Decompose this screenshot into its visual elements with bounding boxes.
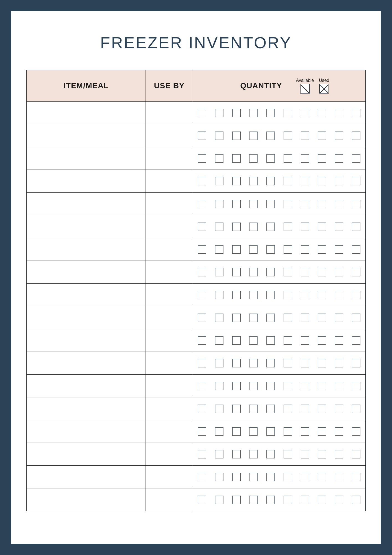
- quantity-checkbox[interactable]: [249, 473, 258, 481]
- quantity-checkbox[interactable]: [335, 223, 343, 231]
- quantity-checkbox[interactable]: [249, 405, 258, 413]
- quantity-checkbox[interactable]: [301, 268, 309, 276]
- quantity-checkbox[interactable]: [198, 132, 206, 140]
- quantity-checkbox[interactable]: [198, 359, 206, 367]
- cell-useby[interactable]: [146, 170, 193, 193]
- cell-useby[interactable]: [146, 238, 193, 261]
- quantity-checkbox[interactable]: [249, 427, 258, 436]
- cell-useby[interactable]: [146, 466, 193, 488]
- quantity-checkbox[interactable]: [266, 109, 275, 117]
- quantity-checkbox[interactable]: [284, 291, 292, 299]
- quantity-checkbox[interactable]: [318, 268, 326, 276]
- quantity-checkbox[interactable]: [215, 268, 223, 276]
- cell-useby[interactable]: [146, 352, 193, 375]
- cell-item[interactable]: [27, 443, 146, 466]
- quantity-checkbox[interactable]: [301, 405, 309, 413]
- quantity-checkbox[interactable]: [266, 336, 275, 345]
- quantity-checkbox[interactable]: [249, 291, 258, 299]
- quantity-checkbox[interactable]: [249, 359, 258, 367]
- quantity-checkbox[interactable]: [249, 177, 258, 185]
- quantity-checkbox[interactable]: [335, 154, 343, 163]
- quantity-checkbox[interactable]: [266, 132, 275, 140]
- cell-useby[interactable]: [146, 397, 193, 420]
- quantity-checkbox[interactable]: [301, 200, 309, 208]
- quantity-checkbox[interactable]: [232, 314, 241, 322]
- quantity-checkbox[interactable]: [335, 268, 343, 276]
- quantity-checkbox[interactable]: [284, 200, 292, 208]
- quantity-checkbox[interactable]: [352, 473, 360, 481]
- cell-item[interactable]: [27, 488, 146, 511]
- quantity-checkbox[interactable]: [301, 314, 309, 322]
- quantity-checkbox[interactable]: [284, 359, 292, 367]
- quantity-checkbox[interactable]: [232, 200, 241, 208]
- quantity-checkbox[interactable]: [215, 245, 223, 254]
- quantity-checkbox[interactable]: [215, 450, 223, 458]
- quantity-checkbox[interactable]: [318, 109, 326, 117]
- quantity-checkbox[interactable]: [215, 359, 223, 367]
- quantity-checkbox[interactable]: [318, 427, 326, 436]
- quantity-checkbox[interactable]: [352, 405, 360, 413]
- quantity-checkbox[interactable]: [318, 291, 326, 299]
- quantity-checkbox[interactable]: [284, 177, 292, 185]
- quantity-checkbox[interactable]: [335, 245, 343, 254]
- cell-useby[interactable]: [146, 102, 193, 124]
- quantity-checkbox[interactable]: [318, 336, 326, 345]
- quantity-checkbox[interactable]: [318, 245, 326, 254]
- quantity-checkbox[interactable]: [232, 473, 241, 481]
- cell-useby[interactable]: [146, 261, 193, 284]
- quantity-checkbox[interactable]: [301, 427, 309, 436]
- quantity-checkbox[interactable]: [198, 223, 206, 231]
- quantity-checkbox[interactable]: [266, 177, 275, 185]
- cell-item[interactable]: [27, 375, 146, 397]
- quantity-checkbox[interactable]: [249, 154, 258, 163]
- quantity-checkbox[interactable]: [284, 336, 292, 345]
- quantity-checkbox[interactable]: [318, 132, 326, 140]
- cell-item[interactable]: [27, 306, 146, 329]
- quantity-checkbox[interactable]: [198, 382, 206, 390]
- quantity-checkbox[interactable]: [335, 473, 343, 481]
- quantity-checkbox[interactable]: [318, 359, 326, 367]
- quantity-checkbox[interactable]: [335, 177, 343, 185]
- quantity-checkbox[interactable]: [215, 314, 223, 322]
- quantity-checkbox[interactable]: [335, 450, 343, 458]
- quantity-checkbox[interactable]: [198, 109, 206, 117]
- quantity-checkbox[interactable]: [284, 245, 292, 254]
- quantity-checkbox[interactable]: [301, 496, 309, 504]
- quantity-checkbox[interactable]: [284, 154, 292, 163]
- quantity-checkbox[interactable]: [249, 200, 258, 208]
- quantity-checkbox[interactable]: [266, 359, 275, 367]
- quantity-checkbox[interactable]: [352, 359, 360, 367]
- quantity-checkbox[interactable]: [198, 291, 206, 299]
- quantity-checkbox[interactable]: [284, 382, 292, 390]
- quantity-checkbox[interactable]: [266, 405, 275, 413]
- quantity-checkbox[interactable]: [352, 200, 360, 208]
- quantity-checkbox[interactable]: [301, 223, 309, 231]
- quantity-checkbox[interactable]: [352, 314, 360, 322]
- quantity-checkbox[interactable]: [232, 450, 241, 458]
- quantity-checkbox[interactable]: [232, 245, 241, 254]
- quantity-checkbox[interactable]: [266, 268, 275, 276]
- quantity-checkbox[interactable]: [301, 245, 309, 254]
- quantity-checkbox[interactable]: [198, 336, 206, 345]
- quantity-checkbox[interactable]: [318, 200, 326, 208]
- quantity-checkbox[interactable]: [249, 382, 258, 390]
- quantity-checkbox[interactable]: [301, 154, 309, 163]
- quantity-checkbox[interactable]: [215, 496, 223, 504]
- cell-useby[interactable]: [146, 488, 193, 511]
- quantity-checkbox[interactable]: [215, 291, 223, 299]
- quantity-checkbox[interactable]: [318, 223, 326, 231]
- quantity-checkbox[interactable]: [335, 291, 343, 299]
- quantity-checkbox[interactable]: [335, 427, 343, 436]
- quantity-checkbox[interactable]: [232, 359, 241, 367]
- quantity-checkbox[interactable]: [249, 109, 258, 117]
- quantity-checkbox[interactable]: [335, 405, 343, 413]
- cell-item[interactable]: [27, 261, 146, 284]
- quantity-checkbox[interactable]: [249, 132, 258, 140]
- quantity-checkbox[interactable]: [318, 382, 326, 390]
- quantity-checkbox[interactable]: [232, 109, 241, 117]
- quantity-checkbox[interactable]: [266, 450, 275, 458]
- cell-useby[interactable]: [146, 215, 193, 238]
- quantity-checkbox[interactable]: [266, 223, 275, 231]
- quantity-checkbox[interactable]: [318, 450, 326, 458]
- quantity-checkbox[interactable]: [215, 109, 223, 117]
